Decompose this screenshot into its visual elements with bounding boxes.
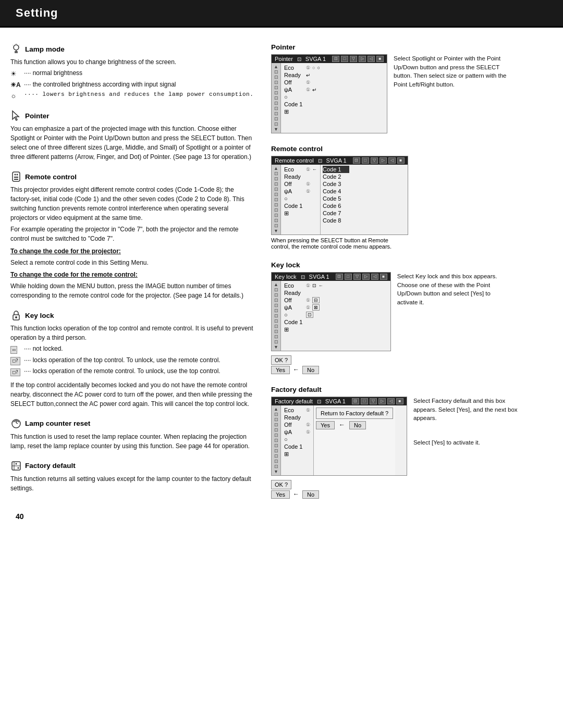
pointer-menu-items: Eco ① ○ ○ Ready ↵	[281, 63, 323, 133]
menu-item-ready: Ready ↵	[284, 71, 320, 79]
factory-no-btn-1[interactable]: No	[349, 421, 366, 429]
lamp-low-icon: ☼	[10, 91, 21, 101]
key-lock-ok-container: OK ? Yes ← No	[271, 353, 391, 374]
svg-point-14	[15, 316, 17, 318]
key-lock-body2: If the top control accidentally becomes …	[10, 380, 255, 409]
remote-menu: Remote control ⊡ SVGA 1 ⊡ □ ▽ ▷ ◁ ■	[271, 156, 408, 235]
remote-menu-footnote: When pressing the SELECT button at Remot…	[271, 237, 407, 250]
remote-topbar-icon-2: □	[362, 157, 369, 164]
right-title-pointer: Pointer	[271, 43, 553, 51]
section-title-remote: Remote control	[25, 173, 77, 181]
arrow-item-7: ⊡	[274, 101, 278, 106]
key-lock-item-grid: ⊞	[284, 326, 323, 334]
key-lock-no-btn[interactable]: No	[302, 366, 319, 374]
remote-menu-signal: SVGA 1	[326, 157, 347, 164]
svg-line-5	[13, 45, 13, 45]
menu-item-eco-label: Eco	[284, 65, 304, 71]
key-lock-item-circle: ○ ⊡	[284, 311, 323, 318]
remote-menu-container: Remote control ⊡ SVGA 1 ⊡ □ ▽ ▷ ◁ ■	[271, 156, 553, 250]
remote-item-code1: Code 1	[284, 202, 317, 209]
key-lock-annotation: Select Key lock and this box appears. Ch…	[397, 272, 512, 307]
pointer-menu-box: Pointer ⊡ SVGA 1 ⊡ □ ▽ ▷ ◁ ■	[271, 54, 387, 133]
key-lock-menu-container: Key lock ⊡ SVGA 1 ⊡ □ ▽ ▷ ◁ ■	[271, 272, 553, 374]
arrow-item-4: ⊡	[274, 85, 278, 90]
key-lock-yes-btn[interactable]: Yes	[271, 366, 290, 374]
factory-menu-signal: SVGA 1	[325, 398, 346, 404]
factory-menu-arrows: ▲ ⊡ ⊡ ⊡ ⊡ ⊡ ⊡ ⊡ ⊡ ⊡	[272, 405, 281, 475]
remote-sub1-text: Select a remote control code in this Set…	[10, 258, 255, 267]
remote-code3-option: Code 3	[323, 180, 349, 188]
menu-item-off: Off ①	[284, 79, 320, 86]
arrow-down: ▼	[274, 127, 278, 132]
topbar-icon-3: ▽	[350, 56, 357, 62]
remote-menu-box: Remote control ⊡ SVGA 1 ⊡ □ ▽ ▷ ◁ ■	[271, 156, 408, 250]
right-section-factory-default: Factory default Factory default ⊡ SVGA 1…	[271, 386, 553, 499]
right-section-key-lock: Key lock Key lock ⊡ SVGA 1 ⊡ □ ▽	[271, 261, 553, 374]
factory-no-btn-2[interactable]: No	[302, 490, 319, 499]
pointer-menu-arrows: ▲ ⊡ ⊡ ⊡ ⊡ ⊡ ⊡ ⊡ ⊡ ⊡	[272, 63, 281, 133]
topbar-icon-1: ⊡	[332, 56, 339, 62]
svg-rect-11	[14, 177, 18, 178]
page-title: Setting	[16, 6, 547, 20]
factory-annotations: Select Factory default and this box appe…	[413, 397, 528, 447]
factory-body: This function returns all setting values…	[10, 474, 255, 493]
factory-ok-container: OK ? Yes ← No	[271, 478, 407, 499]
factory-yes-btn-2[interactable]: Yes	[271, 490, 290, 499]
svg-rect-12	[14, 179, 18, 180]
menu-item-grid: ⊞	[284, 108, 320, 116]
key-lock-ok-box: OK ?	[271, 355, 291, 365]
section-header-factory: Factory default	[10, 460, 255, 472]
page-header: Setting	[0, 0, 563, 26]
lamp-reset-body: This function is used to reset the lamp …	[10, 432, 255, 451]
arrow-item-2: ⊡	[274, 75, 278, 80]
arrow-item-1: ⊡	[274, 69, 278, 75]
pointer-menu-signal-icon: ⊡	[297, 56, 301, 62]
menu-item-eco-icon: ①	[306, 65, 310, 70]
section-body-remote: This projector provides eight different …	[10, 185, 255, 300]
pointer-menu-icons: ⊡ □ ▽ ▷ ◁ ■	[332, 56, 384, 62]
remote-item-grid: ⊞	[284, 209, 317, 217]
key-lock-menu-signal-icon: ⊡	[301, 274, 305, 280]
menu-item-eco: Eco ① ○ ○	[284, 64, 320, 71]
arrow-item-10: ⊡	[274, 116, 278, 121]
arrow-item-6: ⊡	[274, 95, 278, 101]
menu-item-code1: Code 1	[284, 101, 320, 108]
lamp-normal-icon: ☀	[10, 69, 21, 79]
right-title-key-lock: Key lock	[271, 261, 553, 269]
key-lock-menu-items: Eco ① ⊡ ← Ready Off	[281, 281, 326, 351]
factory-yes-btn-1[interactable]: Yes	[316, 421, 335, 429]
section-lamp-counter-reset: Lamp counter reset This function is used…	[10, 418, 255, 451]
lamp-mode-body: This function allows you to change brigh…	[10, 57, 255, 67]
remote-body1: This projector provides eight different …	[10, 185, 255, 223]
factory-menu-content: ▲ ⊡ ⊡ ⊡ ⊡ ⊡ ⊡ ⊡ ⊡ ⊡	[272, 405, 407, 475]
menu-item-off-label: Off	[284, 79, 304, 85]
menu-item-grid-label: ⊞	[284, 108, 304, 115]
menu-item-eco-val: ○	[317, 65, 320, 70]
svg-point-9	[15, 174, 16, 176]
remote-code2-option: Code 2	[323, 173, 349, 180]
factory-annotation-1: Select Factory default and this box appe…	[413, 397, 528, 423]
page-number: 40	[16, 512, 24, 521]
menu-item-psia-label: ψA	[284, 87, 304, 93]
svg-point-19	[16, 463, 17, 464]
key-lock-item-off: Off ① ⊟	[284, 297, 323, 304]
menu-item-code1-label: Code 1	[284, 101, 304, 107]
remote-menu-items: Eco ① ← Ready Off ①	[281, 165, 320, 235]
svg-point-20	[18, 467, 19, 468]
right-title-factory-default: Factory default	[271, 386, 553, 393]
key-lock-ok-label: OK ?	[275, 357, 288, 363]
section-title-lamp-mode: Lamp mode	[25, 45, 65, 53]
factory-menu-icons: ⊡ □ ▽ ▷ ◁ ■	[352, 398, 403, 404]
section-title-lamp-reset: Lamp counter reset	[25, 419, 90, 427]
remote-menu-arrows: ▲ ⊡ ⊡ ⊡ ⊡ ⊡ ⊡ ⊡ ⊡ ⊡	[272, 165, 281, 235]
arrow-item-9: ⊡	[274, 111, 278, 116]
factory-menu: Factory default ⊡ SVGA 1 ⊡ □ ▽ ▷ ◁ ■	[271, 397, 407, 476]
remote-item-eco-label: Eco	[284, 166, 304, 172]
factory-yes-arrow-2: ←	[293, 490, 299, 499]
svg-line-6	[19, 45, 20, 45]
section-title-pointer: Pointer	[25, 112, 50, 120]
key-lock-menu-arrows: ▲ ⊡ ⊡ ⊡ ⊡ ⊡ ⊡ ⊡ ⊡ ⊡	[272, 281, 281, 351]
remote-code5-option: Code 5	[323, 195, 349, 202]
factory-return-label: Return to Factory default ?	[316, 408, 393, 419]
remote-sub1-label: To change the code for the projector:	[10, 246, 255, 256]
